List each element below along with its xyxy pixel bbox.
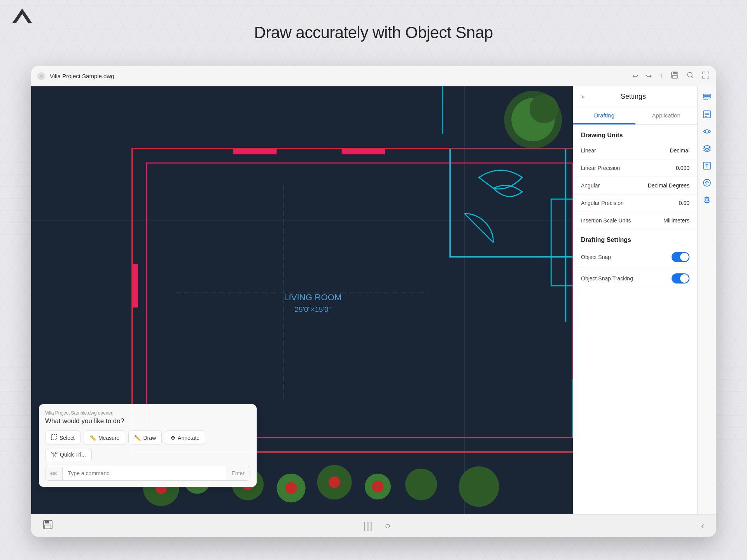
svg-rect-50 bbox=[703, 96, 710, 98]
svg-rect-64 bbox=[45, 520, 49, 523]
draw-icon: ✏️ bbox=[134, 435, 141, 441]
upload-icon[interactable] bbox=[700, 176, 714, 190]
settings-content: Drawing Units Linear Decimal Linear Prec… bbox=[573, 125, 697, 514]
settings-tabs: Drafting Application bbox=[573, 107, 697, 125]
linear-value[interactable]: Decimal bbox=[670, 147, 689, 154]
svg-rect-52 bbox=[703, 111, 710, 118]
object-snap-tracking-row: Object Snap Tracking bbox=[573, 268, 697, 289]
filename-label: Villa Project Sample.dwg bbox=[50, 73, 114, 79]
angular-precision-label: Angular Precision bbox=[581, 200, 624, 206]
svg-rect-48 bbox=[51, 434, 57, 440]
svg-rect-3 bbox=[673, 72, 677, 74]
object-snap-tracking-knob bbox=[680, 274, 689, 283]
app-window: × Villa Project Sample.dwg ↩ ↪ ↑ bbox=[31, 66, 716, 537]
select-button[interactable]: Select bbox=[45, 430, 80, 445]
bottom-bar: ||| ○ ‹ bbox=[31, 514, 716, 537]
home-icon[interactable]: ○ bbox=[385, 520, 391, 531]
search-button[interactable] bbox=[686, 71, 694, 81]
stack-icon[interactable] bbox=[700, 142, 714, 156]
properties-icon[interactable] bbox=[700, 107, 714, 121]
view-icon[interactable] bbox=[700, 124, 714, 138]
angular-label: Angular bbox=[581, 182, 600, 189]
svg-point-38 bbox=[405, 469, 437, 500]
svg-rect-25 bbox=[233, 149, 276, 154]
collapse-button[interactable]: » bbox=[581, 93, 585, 101]
quicktrim-button[interactable]: ✂️ Quick Tri... bbox=[45, 448, 92, 461]
drawing-units-title: Drawing Units bbox=[573, 125, 697, 142]
drafting-settings-title: Drafting Settings bbox=[573, 229, 697, 247]
linear-precision-value[interactable]: 0.000 bbox=[676, 165, 689, 171]
enter-label: Enter bbox=[226, 466, 250, 480]
svg-rect-49 bbox=[703, 94, 710, 96]
svg-rect-26 bbox=[342, 149, 385, 154]
esc-label: esc bbox=[45, 467, 63, 480]
title-actions: ↩ ↪ ↑ bbox=[632, 71, 710, 81]
linear-precision-row: Linear Precision 0.000 bbox=[573, 159, 697, 177]
command-info: Villa Project Sample.dwg opened. bbox=[45, 410, 250, 416]
svg-point-56 bbox=[705, 130, 709, 133]
svg-point-44 bbox=[372, 481, 384, 492]
right-sidebar bbox=[697, 86, 716, 514]
angular-row: Angular Decimal Degrees bbox=[573, 177, 697, 194]
svg-text:25'0"×15'0": 25'0"×15'0" bbox=[295, 305, 331, 313]
object-snap-row: Object Snap bbox=[573, 247, 697, 268]
svg-point-42 bbox=[285, 482, 297, 494]
svg-point-5 bbox=[688, 72, 692, 77]
title-bar: × Villa Project Sample.dwg ↩ ↪ ↑ bbox=[31, 66, 716, 86]
fullscreen-button[interactable] bbox=[702, 71, 710, 81]
save-button[interactable] bbox=[671, 71, 679, 81]
output-icon[interactable] bbox=[700, 159, 714, 173]
command-prompt: Villa Project Sample.dwg opened. What wo… bbox=[39, 404, 257, 487]
page-title: Draw accurately with Object Snap bbox=[0, 23, 747, 42]
svg-point-14 bbox=[530, 94, 558, 123]
linear-precision-label: Linear Precision bbox=[581, 165, 620, 171]
object-snap-tracking-label: Object Snap Tracking bbox=[581, 275, 633, 282]
insertion-scale-value[interactable]: Millimeters bbox=[663, 217, 689, 224]
settings-title: Settings bbox=[585, 93, 682, 101]
bottom-center-nav: ||| ○ bbox=[364, 520, 390, 531]
annotate-icon: ✤ bbox=[171, 435, 175, 441]
share-button[interactable]: ↑ bbox=[660, 72, 663, 80]
close-button[interactable]: × bbox=[37, 72, 45, 80]
svg-point-62 bbox=[706, 199, 708, 201]
object-snap-label: Object Snap bbox=[581, 254, 611, 260]
draw-button[interactable]: ✏️ Draw bbox=[128, 430, 162, 445]
measure-button[interactable]: 📏 Measure bbox=[84, 430, 125, 445]
svg-point-43 bbox=[329, 476, 340, 488]
save-bottom-icon[interactable] bbox=[43, 520, 53, 532]
svg-rect-65 bbox=[45, 525, 51, 529]
svg-line-6 bbox=[692, 77, 694, 79]
insertion-scale-label: Insertion Scale Units bbox=[581, 217, 631, 224]
multitask-icon[interactable]: ||| bbox=[364, 520, 373, 531]
object-snap-tracking-toggle[interactable] bbox=[672, 273, 689, 284]
layers-icon[interactable] bbox=[700, 90, 714, 104]
command-buttons: Select 📏 Measure ✏️ Draw ✤ Annotate bbox=[45, 430, 250, 461]
angular-precision-value[interactable]: 0.00 bbox=[679, 200, 689, 206]
select-icon bbox=[51, 434, 57, 441]
cad-canvas[interactable]: LIVING ROOM 25'0"×15'0" bbox=[31, 86, 573, 514]
settings-panel: » Settings Drafting Application Drawing … bbox=[573, 86, 697, 514]
angular-precision-row: Angular Precision 0.00 bbox=[573, 194, 697, 212]
svg-text:LIVING ROOM: LIVING ROOM bbox=[284, 292, 341, 302]
svg-point-39 bbox=[459, 466, 499, 507]
redo-button[interactable]: ↪ bbox=[646, 72, 652, 80]
tab-application[interactable]: Application bbox=[635, 107, 698, 124]
object-snap-knob bbox=[680, 253, 689, 261]
linear-row: Linear Decimal bbox=[573, 142, 697, 159]
measure-icon: 📏 bbox=[89, 435, 96, 441]
tab-drafting[interactable]: Drafting bbox=[573, 107, 635, 124]
annotate-button[interactable]: ✤ Annotate bbox=[165, 430, 205, 445]
angular-value[interactable]: Decimal Degrees bbox=[648, 182, 689, 189]
svg-rect-4 bbox=[672, 75, 677, 78]
insertion-scale-row: Insertion Scale Units Millimeters bbox=[573, 212, 697, 229]
object-snap-toggle[interactable] bbox=[672, 252, 689, 262]
back-icon[interactable]: ‹ bbox=[701, 520, 704, 531]
command-input[interactable] bbox=[63, 466, 226, 480]
settings-header: » Settings bbox=[573, 86, 697, 107]
undo-button[interactable]: ↩ bbox=[632, 72, 638, 80]
settings-gear-icon[interactable] bbox=[700, 193, 714, 207]
linear-label: Linear bbox=[581, 147, 596, 154]
svg-rect-27 bbox=[132, 264, 138, 307]
svg-marker-57 bbox=[703, 145, 710, 149]
quicktrim-icon: ✂️ bbox=[51, 452, 58, 458]
